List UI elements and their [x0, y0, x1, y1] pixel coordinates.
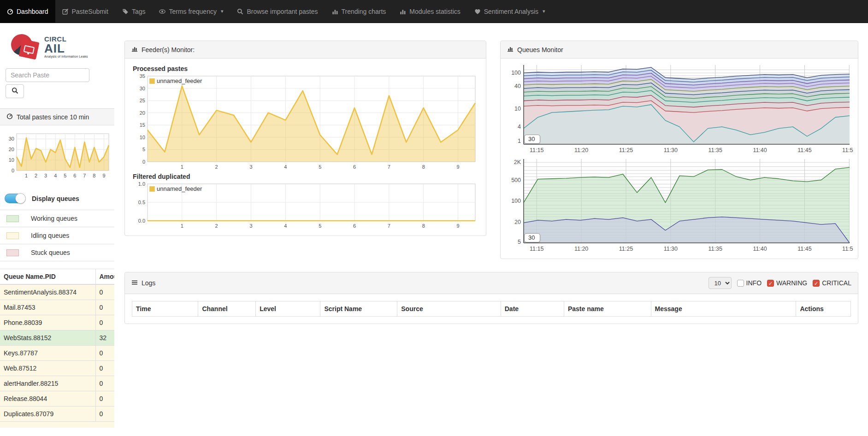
- x-axis-tick-label: 11:40: [753, 147, 767, 153]
- y-axis-tick-label: 1: [518, 138, 521, 144]
- logs-heading: Logs 10 ✓INFO✓WARNING✓CRITICAL: [125, 272, 858, 294]
- filter-critical[interactable]: ✓CRITICAL: [813, 279, 851, 287]
- x-axis-tick-label: 11:20: [574, 147, 588, 153]
- logo-ail: AIL: [44, 42, 88, 54]
- x-axis-tick-label: 11:40: [753, 246, 767, 252]
- x-axis-tick-label: 1: [25, 173, 28, 178]
- filter-warning[interactable]: ✓WARNING: [767, 279, 807, 287]
- search-paste-input[interactable]: [6, 68, 89, 82]
- x-axis-tick-label: 7: [388, 223, 390, 229]
- nav-item-dashboard[interactable]: Dashboard: [0, 0, 55, 23]
- logs-col-header-paste-name: Paste name: [564, 301, 651, 317]
- x-axis-tick-label: 2: [215, 223, 218, 229]
- info-checkbox[interactable]: ✓: [737, 280, 744, 287]
- chart-legend: unnamed_feeder: [149, 77, 202, 84]
- nav-item-label: Browse important pastes: [247, 8, 318, 15]
- processed-pastes-title: Processed pastes: [133, 65, 479, 72]
- x-axis-tick-label: 5: [319, 223, 321, 229]
- x-axis-tick-label: 3: [44, 173, 47, 178]
- queue-amount: 0: [95, 346, 114, 361]
- warning-checkbox[interactable]: ✓: [767, 280, 774, 287]
- chart-range-selector[interactable]: 30: [524, 233, 540, 242]
- queues-monitor-heading: Queues Monitor: [501, 41, 858, 59]
- nav-item-modules-statistics[interactable]: Modules statistics: [393, 0, 467, 23]
- queue-name: Web.87512: [0, 361, 95, 376]
- queue-row: Keys.877870: [0, 346, 114, 361]
- queue-name: Mail.87453: [0, 300, 95, 315]
- queue-amount: 32: [95, 330, 114, 346]
- legend-label: Idling queues: [31, 232, 69, 239]
- logs-table: TimeChannelLevelScript NameSourceDatePas…: [132, 301, 851, 317]
- search-icon: [12, 87, 18, 95]
- y-axis-tick-label: 4: [518, 124, 521, 130]
- y-axis-tick-label: 15: [140, 122, 145, 128]
- queue-row: Phone.880390: [0, 315, 114, 330]
- logs-title: Logs: [142, 279, 155, 287]
- y-axis-tick-label: 0: [142, 159, 145, 165]
- legend-swatch: [6, 215, 19, 222]
- queue-amount: 0: [95, 315, 114, 330]
- filter-info[interactable]: ✓INFO: [737, 279, 762, 287]
- display-queues-toggle[interactable]: [5, 194, 25, 203]
- gauge-icon: [6, 113, 13, 121]
- sidebar: CIRCL AIL Analysis of Information Leaks …: [0, 23, 114, 428]
- logs-col-header-actions: Actions: [796, 301, 851, 317]
- nav-item-terms-frequency[interactable]: Terms frequency▾: [152, 0, 230, 23]
- x-axis-tick-label: 11:15: [530, 246, 543, 252]
- y-axis-tick-label: 10: [514, 106, 521, 112]
- caret-down-icon: ▾: [543, 8, 545, 14]
- y-axis-tick-label: 20: [9, 147, 14, 152]
- search-button[interactable]: [6, 84, 24, 98]
- nav-item-label: Terms frequency: [169, 8, 216, 15]
- feeder-monitor-title: Feeder(s) Monitor:: [142, 46, 195, 53]
- nav-item-label: Modules statistics: [409, 8, 460, 15]
- nav-item-browse-important-pastes[interactable]: Browse important pastes: [230, 0, 325, 23]
- queue-row: Web.875120: [0, 361, 114, 376]
- x-axis-tick-label: 3: [249, 164, 252, 170]
- y-axis-tick-label: 5: [142, 147, 145, 152]
- x-axis-tick-label: 8: [93, 173, 95, 178]
- log-level-filters: ✓INFO✓WARNING✓CRITICAL: [737, 279, 851, 287]
- display-queues-label: Display queues: [32, 195, 79, 202]
- caret-down-icon: ▾: [221, 8, 224, 14]
- queues-monitor-bottom-chart: 11:1511:2011:2511:3011:3511:4011:4511:50…: [505, 156, 853, 254]
- y-axis-tick-label: 25: [140, 98, 145, 103]
- nav-item-sentiment-analysis[interactable]: Sentiment Analysis▾: [467, 0, 552, 23]
- legend-swatch: [6, 249, 19, 256]
- x-axis-tick-label: 2: [215, 164, 218, 170]
- x-axis-tick-label: 1: [181, 164, 183, 170]
- queue-name: WebStats.88152: [0, 330, 95, 346]
- x-axis-tick-label: 4: [284, 164, 287, 170]
- page-size-select[interactable]: 10: [709, 277, 732, 289]
- filter-label: WARNING: [776, 279, 807, 287]
- x-axis-tick-label: 11:45: [797, 246, 811, 252]
- nav-item-label: PasteSubmit: [72, 8, 108, 15]
- queue-row: Duplicates.870790: [0, 407, 114, 422]
- x-axis-tick-label: 5: [319, 164, 321, 170]
- logs-col-header-time: Time: [132, 301, 198, 317]
- nav-item-label: Trending charts: [342, 8, 386, 15]
- x-axis-tick-label: 11:50: [842, 246, 853, 252]
- queue-row: SentimentAnalysis.883740: [0, 284, 114, 300]
- y-axis-tick-label: 0.5: [138, 200, 145, 205]
- chart-range-selector[interactable]: 30: [524, 135, 540, 144]
- queue-amount: 0: [95, 361, 114, 376]
- legend-swatch: [6, 232, 19, 239]
- y-axis-tick-label: 2K: [514, 159, 521, 165]
- x-axis-tick-label: 11:25: [619, 246, 633, 252]
- nav-item-pastesubmit[interactable]: PasteSubmit: [55, 0, 115, 23]
- feeder-monitor-panel: Feeder(s) Monitor: Processed pastes 1234…: [124, 41, 486, 236]
- filter-label: INFO: [746, 279, 762, 287]
- x-axis-tick-label: 11:30: [664, 147, 678, 153]
- critical-checkbox[interactable]: ✓: [813, 280, 820, 287]
- queue-amount: 0: [95, 376, 114, 391]
- nav-item-tags[interactable]: Tags: [115, 0, 153, 23]
- x-axis-tick-label: 3: [249, 223, 252, 229]
- y-axis-tick-label: 5: [518, 239, 521, 245]
- y-axis-tick-label: 10: [140, 135, 145, 140]
- y-axis-tick-label: 20: [514, 219, 521, 225]
- logs-panel: Logs 10 ✓INFO✓WARNING✓CRITICAL TimeChann…: [124, 272, 858, 324]
- y-axis-tick-label: 100: [511, 198, 521, 204]
- x-axis-tick-label: 9: [457, 164, 460, 170]
- nav-item-trending-charts[interactable]: Trending charts: [325, 0, 393, 23]
